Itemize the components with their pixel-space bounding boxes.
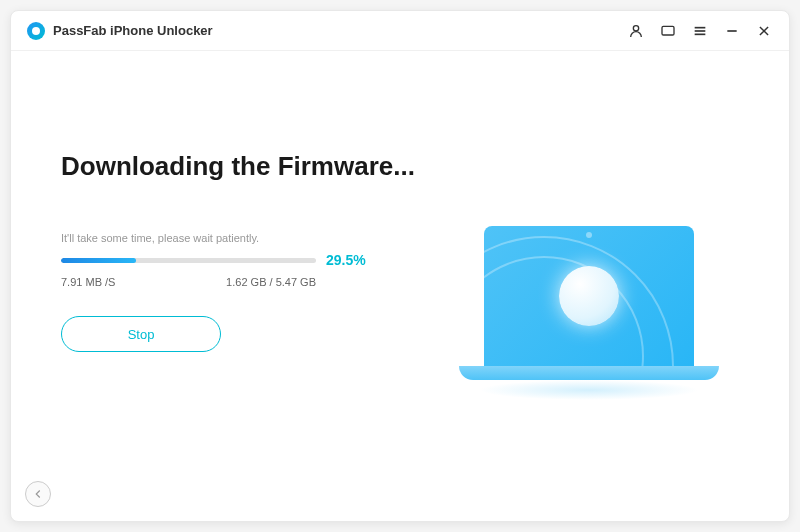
- titlebar-actions: [627, 22, 773, 40]
- app-window: PassFab iPhone Unlocker: [10, 10, 790, 522]
- progress-details: 7.91 MB /S 1.62 GB / 5.47 GB: [61, 276, 316, 288]
- page-heading: Downloading the Firmware...: [61, 151, 439, 182]
- menu-icon[interactable]: [691, 22, 709, 40]
- titlebar: PassFab iPhone Unlocker: [11, 11, 789, 51]
- feedback-icon[interactable]: [659, 22, 677, 40]
- back-button[interactable]: [25, 481, 51, 507]
- stop-button-label: Stop: [128, 327, 155, 342]
- app-title: PassFab iPhone Unlocker: [53, 23, 213, 38]
- laptop-shadow-graphic: [479, 380, 699, 400]
- close-icon[interactable]: [755, 22, 773, 40]
- orb-graphic: [559, 266, 619, 326]
- user-icon[interactable]: [627, 22, 645, 40]
- svg-point-0: [633, 25, 638, 30]
- progress-bar: [61, 258, 316, 263]
- progress-percent: 29.5%: [326, 252, 366, 268]
- illustration-panel: [439, 91, 739, 501]
- laptop-screen-graphic: [484, 226, 694, 366]
- stop-button[interactable]: Stop: [61, 316, 221, 352]
- progress-row: 29.5%: [61, 252, 439, 268]
- left-panel: Downloading the Firmware... It'll take s…: [61, 91, 439, 501]
- laptop-illustration: [459, 226, 719, 406]
- titlebar-left: PassFab iPhone Unlocker: [27, 22, 213, 40]
- download-speed: 7.91 MB /S: [61, 276, 115, 288]
- app-logo-icon: [27, 22, 45, 40]
- hint-text: It'll take some time, please wait patien…: [61, 232, 439, 244]
- content-area: Downloading the Firmware... It'll take s…: [11, 51, 789, 521]
- laptop-base-graphic: [459, 366, 719, 380]
- progress-fill: [61, 258, 136, 263]
- download-size: 1.62 GB / 5.47 GB: [226, 276, 316, 288]
- minimize-icon[interactable]: [723, 22, 741, 40]
